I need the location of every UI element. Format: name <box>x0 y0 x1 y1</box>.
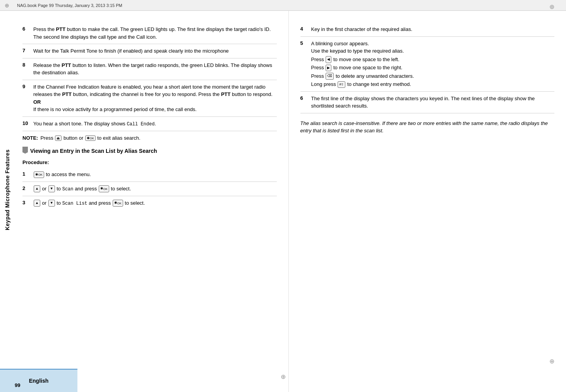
step-9-ptt1: PTT <box>62 91 72 97</box>
step2-ok-btn: ✱OK <box>99 185 109 192</box>
step-7-content: Wait for the Talk Permit Tone to finish … <box>33 47 277 55</box>
step-9-content: If the Channel Free Indication feature i… <box>33 83 277 113</box>
step-9-ptt2: PTT <box>221 91 231 97</box>
step-9: 9 If the Channel Free Indication feature… <box>22 80 277 117</box>
step-8-content: Release the PTT button to listen. When t… <box>33 62 277 77</box>
step-6: 6 Press the PTT button to make the call.… <box>22 22 277 44</box>
step1-ok-btn: ✱OK <box>34 171 44 178</box>
sidebar-label: Keypad Microphone Features <box>4 149 10 230</box>
step5-right-btn: ▶ <box>326 65 331 72</box>
right-step-4-content: Key in the first character of the requir… <box>311 26 555 33</box>
step3-scanlist-code: Scan List <box>62 201 87 206</box>
right-step-6: 6 The first line of the display shows th… <box>300 92 555 113</box>
section-step-2-number: 2 <box>22 185 33 193</box>
step-8: 8 Release the PTT button to listen. When… <box>22 58 277 80</box>
step5-hash-btn: #⇧ <box>338 81 345 88</box>
main-content: 6 Press the PTT button to make the call.… <box>15 11 566 392</box>
reg-mark-top-left: ⊕ <box>5 2 9 9</box>
step5-press4: Long press #⇧ to change text entry metho… <box>311 80 555 88</box>
step3-down-btn: ▼ <box>48 200 55 207</box>
right-column: 4 Key in the first character of the requ… <box>289 11 566 392</box>
reg-mark-top-right: ⊕ <box>549 3 554 10</box>
section-step-3-content: ▲ or ▼ to Scan List and press ✱OK to sel… <box>33 199 277 207</box>
step-8-ptt: PTT <box>62 62 71 68</box>
step-10-content: You hear a short tone. The display shows… <box>33 120 277 128</box>
step2-down-btn: ▼ <box>48 185 55 192</box>
procedure-label: Procedure: <box>22 159 277 165</box>
step-6-number: 6 <box>22 26 33 41</box>
sidebar: Keypad Microphone Features <box>0 11 15 369</box>
step5-left-btn: ◀ <box>326 56 331 63</box>
step2-up-btn: ▲ <box>34 185 40 192</box>
step-10-code: Call Ended <box>127 122 154 127</box>
step3-up-btn: ▲ <box>34 200 40 207</box>
section-step-3: 3 ▲ or ▼ to Scan List and press ✱OK to s… <box>22 196 277 210</box>
italic-note: The alias search is case-insensitive. If… <box>300 120 555 135</box>
step5-press3: Press ⌫ to delete any unwanted character… <box>311 72 555 80</box>
section-step-3-number: 3 <box>22 199 33 207</box>
note-block: NOTE: Press ⏏ button or ✱OK to exit alia… <box>22 135 277 141</box>
step-9-number: 9 <box>22 83 33 113</box>
step-8-number: 8 <box>22 62 33 77</box>
right-step-5-content: A blinking cursor appears. Use the keypa… <box>311 40 555 88</box>
step5-delete-btn: ⌫ <box>326 73 334 80</box>
step-9-or: OR <box>33 99 41 105</box>
section-step-1: 1 ✱OK to access the menu. <box>22 168 277 182</box>
note-text: Press ⏏ button or ✱OK to exit alias sear… <box>40 135 140 141</box>
section-bookmark-icon <box>22 147 28 154</box>
step-7-number: 7 <box>22 47 33 55</box>
step-6-ptt: PTT <box>56 26 66 32</box>
right-step-5-number: 5 <box>300 40 311 88</box>
right-step-6-content: The first line of the display shows the … <box>311 95 555 110</box>
step-6-content: Press the PTT button to make the call. T… <box>33 26 277 41</box>
note-btn-back: ⏏ <box>55 135 62 141</box>
section-header: Viewing an Entry in the Scan List by Ali… <box>22 146 277 157</box>
step-7: 7 Wait for the Talk Permit Tone to finis… <box>22 44 277 58</box>
step5-press2: Press ▶ to move one space to the right. <box>311 64 555 72</box>
right-step-6-number: 6 <box>300 95 311 110</box>
left-column: 6 Press the PTT button to make the call.… <box>15 11 289 392</box>
section-step-2: 2 ▲ or ▼ to Scan and press ✱OK to select… <box>22 182 277 196</box>
note-label: NOTE: <box>22 135 38 141</box>
step-10: 10 You hear a short tone. The display sh… <box>22 117 277 131</box>
step2-scan-code: Scan <box>62 187 74 192</box>
step3-ok-btn: ✱OK <box>113 200 123 207</box>
right-step-4: 4 Key in the first character of the requ… <box>300 22 555 37</box>
top-bar: ⊕ NAG.book Page 99 Thursday, January 3, … <box>0 0 566 11</box>
step5-line1: A blinking cursor appears. <box>311 40 555 48</box>
step5-line2: Use the keypad to type the required alia… <box>311 47 555 55</box>
section-step-1-number: 1 <box>22 171 33 178</box>
right-step-4-number: 4 <box>300 26 311 33</box>
note-btn-ok: ✱OK <box>85 135 96 141</box>
right-step-5: 5 A blinking cursor appears. Use the key… <box>300 37 555 92</box>
section-step-2-content: ▲ or ▼ to Scan and press ✱OK to select. <box>33 185 277 193</box>
step-10-number: 10 <box>22 120 33 128</box>
section-title: Viewing an Entry in the Scan List by Ali… <box>30 148 157 154</box>
section-step-1-content: ✱OK to access the menu. <box>33 171 277 178</box>
step5-press1: Press ◀ to move one space to the left. <box>311 56 555 63</box>
top-bar-text: NAG.book Page 99 Thursday, January 3, 20… <box>17 3 122 8</box>
